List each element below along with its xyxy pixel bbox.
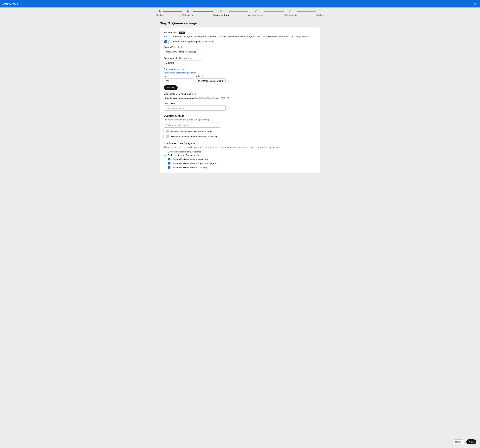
external-link-icon	[197, 71, 199, 74]
step-connector	[229, 11, 248, 12]
checkbox-coaching-label: Play notification tones for Coaching	[172, 166, 207, 169]
overflow-title: Overflow settings	[164, 114, 316, 117]
screen-pop-url-label: Screen Pop URL	[164, 46, 180, 48]
parameter-guidelines-link[interactable]: Screen Pop parameter guidelines	[164, 71, 199, 74]
copy-icon	[227, 97, 229, 100]
step-connector	[193, 11, 213, 12]
modal-title: Add Queue	[3, 2, 18, 5]
screen-pop-url-input[interactable]	[164, 49, 203, 54]
step-connector	[297, 11, 316, 12]
check-icon	[168, 162, 170, 164]
check-icon	[168, 158, 170, 160]
step-review[interactable]: Review	[316, 10, 324, 17]
checkbox-monitoring[interactable]	[168, 158, 170, 160]
step-label: Basics	[156, 14, 163, 16]
step-call-routing[interactable]: Call routing	[182, 10, 193, 17]
svg-rect-10	[227, 97, 228, 98]
step-label: Select agents	[284, 14, 297, 16]
key-1-label: Key 1	[164, 75, 169, 77]
modal-footer: Cancel Next	[0, 437, 480, 448]
checkbox-coaching[interactable]	[168, 166, 170, 169]
info-icon[interactable]	[181, 46, 183, 48]
info-icon[interactable]	[190, 57, 191, 59]
trash-icon	[227, 80, 230, 82]
checkbox-barge-label: Play notification tones for Supervisor B…	[172, 162, 217, 164]
desktop-label-input[interactable]	[164, 60, 203, 65]
svg-rect-9	[228, 97, 229, 99]
checkbox-monitoring-label: Play notification tones for Monitoring	[172, 158, 208, 160]
x-icon	[163, 135, 167, 138]
cancel-button[interactable]: Cancel	[452, 439, 465, 444]
toggle-overflow-announce-label: Play announcement before overflow proces…	[171, 135, 217, 138]
checkbox-barge-in[interactable]	[168, 162, 170, 164]
chevron-down-icon	[217, 124, 219, 126]
info-icon[interactable]	[183, 68, 185, 70]
step-label: Call routing	[182, 14, 193, 16]
svg-rect-2	[182, 47, 182, 48]
step-label: Queue settings	[213, 14, 229, 16]
toggle-overflow-wait[interactable]	[164, 130, 169, 133]
toggle-overflow-announce[interactable]	[164, 135, 169, 138]
step-basics[interactable]: Basics	[156, 10, 163, 17]
stepper: Basics Call routing Queue settings Annou…	[0, 7, 480, 18]
check-icon	[168, 166, 170, 169]
radio-default-label: Use organization's default settings	[168, 150, 201, 153]
step-connector	[163, 11, 182, 12]
value-1-label: Value 1	[196, 75, 203, 77]
step-label: Announcements	[248, 14, 264, 16]
overflow-subtitle: For new calls when the queue is full (ov…	[164, 118, 316, 121]
radio-custom-label: Define custom notification settings	[168, 154, 201, 156]
desktop-label-label: Screen pop desktop label	[164, 57, 189, 59]
modal-header: Add Queue	[0, 0, 480, 7]
step-label: Review	[316, 14, 324, 16]
close-icon[interactable]	[474, 2, 477, 6]
overflow-action-select[interactable]: Perform busy treatment	[164, 123, 220, 128]
query-parameters-label: Query parameters	[164, 68, 182, 70]
toggle-screen-pop-label: Turn on Screen pop for agents in this qu…	[171, 41, 214, 43]
description-input[interactable]	[164, 106, 226, 111]
step-announcements[interactable]: Announcements	[248, 10, 264, 17]
copy-url-button[interactable]	[227, 97, 229, 100]
step-queue-settings[interactable]: Queue settings	[213, 10, 229, 17]
screen-pop-description: Turn on Screen pop for agents in this qu…	[164, 35, 316, 38]
radio-default-settings[interactable]	[164, 150, 166, 153]
x-icon	[163, 130, 167, 133]
link-text: Screen Pop parameter guidelines	[164, 71, 196, 74]
radio-custom-settings[interactable]	[164, 154, 166, 156]
delete-param-button[interactable]	[227, 80, 230, 82]
settings-card: Screen pop New Turn on Screen pop for ag…	[160, 28, 320, 173]
description-label: Description	[164, 102, 175, 105]
screen-pop-title: Screen pop	[164, 31, 177, 34]
new-badge: New	[179, 32, 185, 34]
add-new-button[interactable]: Add new	[164, 85, 178, 90]
url-with-params-label: Screen Pop URL with parameters	[164, 93, 197, 95]
select-value: Perform busy treatment	[166, 124, 189, 126]
next-button[interactable]: Next	[466, 439, 476, 444]
toggle-screen-pop[interactable]	[164, 40, 169, 43]
key-1-input[interactable]	[164, 78, 194, 83]
toggle-overflow-wait-label: Enable overflow after calls wait x secon…	[171, 130, 212, 133]
url-with-params-value: https://www.example.com/page?ANI={{NewPh…	[164, 97, 226, 99]
url-base: https://www.example.com/page	[164, 97, 195, 99]
step-connector	[264, 11, 284, 12]
notification-subtitle: These settings can be used to toggle the…	[164, 146, 316, 149]
check-icon	[167, 40, 170, 43]
value-1-input[interactable]	[196, 78, 226, 83]
step-select-agents[interactable]: Select agents	[284, 10, 297, 17]
notification-title: Notification tone for agents	[164, 142, 316, 145]
page-title: Step 3: Queue settings	[160, 21, 320, 25]
url-tail: ?ANI={{NewPhoneContact.ANI}}	[195, 97, 226, 99]
